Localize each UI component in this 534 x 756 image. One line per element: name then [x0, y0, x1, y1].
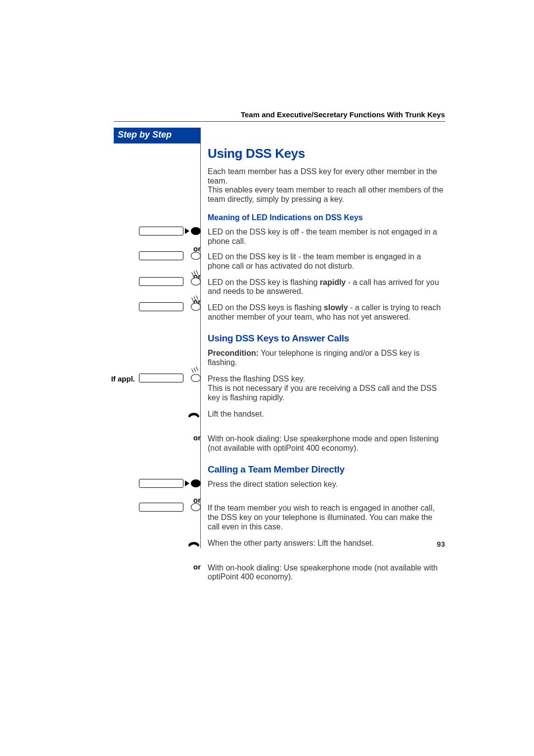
gutter-handset-2: [102, 538, 201, 548]
handset-icon: [187, 409, 201, 419]
call-busy-text: If the team member you wish to reach is …: [208, 504, 445, 532]
call-press-row: Press the direct station selection key.: [208, 480, 445, 498]
or-label: or: [193, 563, 201, 571]
answer-precondition: Precondition: Your telephone is ringing …: [208, 349, 445, 368]
sidebar: Step by Step: [114, 128, 200, 716]
call-heading: Calling a Team Member Directly: [208, 464, 445, 475]
gutter-or-6: or: [102, 563, 201, 571]
led-rapid-pre: LED on the DSS key is flashing: [208, 278, 320, 286]
call-lift-text: When the other party answers: Lift the h…: [208, 539, 445, 548]
answer-lift-row: Lift the handset.: [208, 410, 445, 427]
gutter-led-off: [102, 227, 201, 236]
header-rule: [114, 121, 445, 122]
or-label: or: [193, 433, 201, 442]
gutter-call-press: [102, 479, 201, 488]
content: Using DSS Keys Each team member has a DS…: [208, 146, 445, 582]
dss-key-direct-icon: [139, 479, 201, 488]
answer-heading: Using DSS Keys to Answer Calls: [208, 333, 445, 344]
gutter-or-4: or: [102, 433, 201, 442]
gutter-led-slow: [102, 297, 201, 311]
led-slow-bold: slowly: [324, 303, 348, 312]
led-rapid-bold: rapidly: [320, 278, 346, 286]
answer-press-row: If appl. Press the flashing DSS key. Thi…: [208, 375, 445, 403]
page-number: 93: [437, 540, 445, 548]
led-rapid-row: LED on the DSS key is flashing rapidly -…: [208, 278, 445, 297]
page: Team and Executive/Secretary Functions W…: [0, 0, 534, 756]
intro-text: Each team member has a DSS key for every…: [208, 167, 445, 205]
led-off-row: LED on the DSS key is off - the team mem…: [208, 228, 445, 246]
led-slow-row: LED on the DSS keys is flashing slowly -…: [208, 303, 445, 322]
flash-icon: [191, 272, 201, 277]
call-busy-row: If the team member you wish to reach is …: [208, 504, 445, 532]
led-subheading: Meaning of LED Indications on DSS Keys: [208, 213, 445, 223]
answer-onhook-text: With on-hook dialing: Use speakerphone m…: [208, 434, 445, 453]
handset-icon: [187, 538, 201, 548]
gutter-answer-press: If appl.: [102, 369, 201, 382]
running-head: Team and Executive/Secretary Functions W…: [241, 110, 445, 119]
page-title: Using DSS Keys: [208, 146, 445, 161]
answer-lift-text: Lift the handset.: [208, 410, 445, 419]
dss-key-busy-icon: [139, 503, 201, 512]
gutter-led-on: [102, 251, 201, 260]
if-appl-label: If appl.: [111, 375, 135, 383]
dss-key-lit-icon: [139, 251, 201, 260]
precondition-label: Precondition:: [208, 349, 259, 357]
led-slow-text: LED on the DSS keys is flashing slowly -…: [208, 303, 445, 322]
answer-onhook-row: or With on-hook dialing: Use speakerphon…: [208, 434, 445, 453]
answer-press-text: Press the flashing DSS key. This is not …: [208, 375, 445, 403]
dss-key-off-icon: [139, 227, 201, 236]
sidebar-title: Step by Step: [114, 128, 200, 143]
gutter-handset-1: [102, 409, 201, 419]
led-rapid-text: LED on the DSS key is flashing rapidly -…: [208, 278, 445, 297]
call-onhook-row: or With on-hook dialing: Use speakerphon…: [208, 564, 445, 582]
led-on-text: LED on the DSS key is lit - the team mem…: [208, 252, 445, 271]
led-slow-pre: LED on the DSS keys is flashing: [208, 303, 324, 312]
gutter-led-rapid: [102, 272, 201, 286]
dss-key-flash-slow-icon: [139, 302, 201, 311]
gutter-call-busy: [102, 503, 201, 512]
call-lift-row: When the other party answers: Lift the h…: [208, 539, 445, 557]
call-press-text: Press the direct station selection key.: [208, 480, 445, 489]
dss-key-press-icon: [139, 374, 201, 382]
flash-icon: [191, 297, 201, 302]
flash-icon: [191, 369, 201, 374]
led-on-row: LED on the DSS key is lit - the team mem…: [208, 252, 445, 271]
dss-key-flash-rapid-icon: [139, 277, 201, 286]
led-off-text: LED on the DSS key is off - the team mem…: [208, 228, 445, 246]
call-onhook-text: With on-hook dialing: Use speakerphone m…: [208, 564, 445, 582]
